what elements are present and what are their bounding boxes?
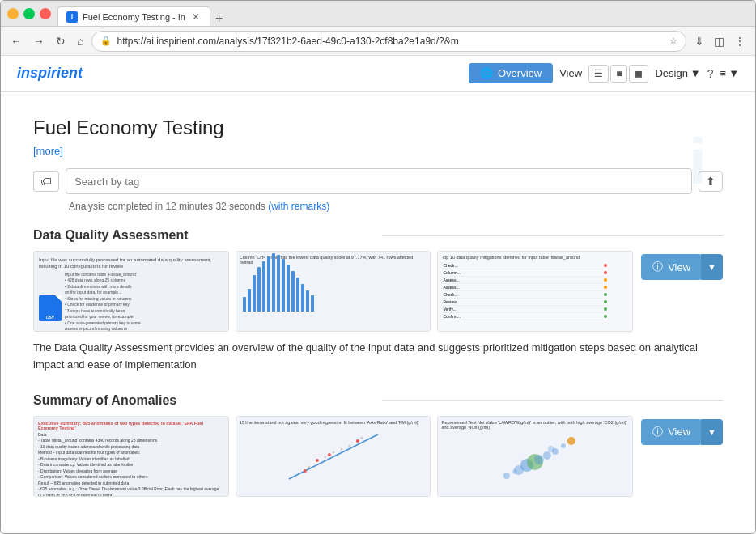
svg-point-2 [316, 459, 319, 462]
anomalies-section: Summary of Anomalies Executive summary: … [33, 393, 723, 505]
search-row: 🏷 ⬆ [33, 168, 723, 194]
home-button[interactable]: ⌂ [74, 32, 87, 51]
header-right: 🌐 Overview View ☰ ■ ◼ Design ▼ ? ≡ ▼ [469, 63, 739, 83]
address-bar: ← → ↻ ⌂ 🔒 https://ai.inspirient.com/anal… [1, 27, 755, 56]
bar-3 [253, 275, 256, 312]
view-button-1[interactable]: ⓘ View [641, 254, 702, 280]
section-1-desc: The Data Quality Assessment provides an … [33, 340, 723, 374]
section-1-header: Data Quality Assessment [33, 228, 723, 243]
bar-13 [301, 284, 304, 312]
svg-point-6 [348, 444, 350, 447]
svg-point-3 [324, 456, 326, 458]
extensions-icon[interactable]: ◫ [711, 32, 728, 51]
grid-view-button[interactable]: ■ [610, 65, 627, 83]
thumb1-text: Input file was successfully processed fo… [39, 256, 223, 270]
scatter-chart [441, 431, 629, 490]
main-content: i Fuel Economy Testing [more] 🏷 ⬆ Analys… [1, 92, 755, 533]
view-label-1: View [668, 261, 690, 273]
svg-line-0 [289, 434, 378, 479]
help-icon: ? [707, 67, 714, 80]
view-btn-arrow-2[interactable]: ▼ [701, 419, 723, 445]
svg-point-9 [308, 465, 310, 468]
close-window-button[interactable]: ✕ [40, 8, 51, 19]
bar-15 [311, 295, 314, 312]
design-label: Design [655, 67, 687, 79]
app-header: inspirient 🌐 Overview View ☰ ■ ◼ Design … [1, 56, 755, 91]
svg-point-21 [567, 437, 575, 445]
bar-8 [277, 255, 280, 312]
svg-point-11 [503, 473, 510, 479]
svg-point-15 [543, 451, 551, 460]
view-btn-arrow-1[interactable]: ▼ [701, 254, 723, 280]
minimize-button[interactable]: — [7, 8, 19, 19]
new-tab-button[interactable]: + [210, 11, 227, 26]
section-1-title: Data Quality Assessment [33, 228, 374, 243]
svg-point-19 [534, 455, 544, 464]
list-view-button[interactable]: ☰ [588, 65, 609, 83]
menu-icon: ≡ [720, 67, 727, 79]
window-controls: — ❐ ✕ [7, 8, 51, 19]
browser-window: — ❐ ✕ i Fuel Economy Testing - In ✕ + ← … [0, 0, 756, 534]
view-btn-wrapper-2: ⓘ View ▼ [641, 416, 723, 445]
view-btn-group-1: ⓘ View ▼ [641, 254, 723, 280]
image-view-button[interactable]: ◼ [629, 65, 648, 83]
remarks-link[interactable]: (with remarks) [268, 201, 329, 212]
bar-12 [296, 278, 299, 312]
design-button[interactable]: Design ▼ [655, 67, 700, 79]
menu-button[interactable]: ≡ ▼ [720, 67, 739, 79]
secure-icon: 🔒 [100, 36, 112, 46]
url-bar: 🔒 https://ai.inspirient.com/analysis/17f… [91, 31, 686, 52]
svg-point-17 [561, 443, 566, 448]
thumbnail-2: Column 'CH4 (g/mi)' has the lowest data … [236, 251, 431, 332]
tab-favicon: i [66, 11, 78, 23]
reload-button[interactable]: ↻ [53, 32, 69, 51]
thumb6-header: Represented Test Net Value 'LAWROW/g/mi)… [441, 420, 629, 430]
thumb1-detail: Input file contains table 'Fillstae_arou… [65, 272, 141, 332]
settings-icon[interactable]: ⋮ [731, 32, 749, 51]
menu-chevron-icon: ▼ [728, 67, 739, 79]
tag-filter-button[interactable]: 🏷 [33, 171, 59, 192]
bar-2 [248, 289, 251, 312]
upload-button[interactable]: ⬆ [699, 171, 723, 192]
view-label: View [559, 67, 582, 79]
search-input[interactable] [66, 168, 692, 194]
svg-point-20 [548, 446, 554, 452]
download-icon[interactable]: ⇓ [691, 32, 707, 51]
active-tab[interactable]: i Fuel Economy Testing - In ✕ [57, 6, 210, 26]
analysis-time: Analysis completed in 12 minutes 32 seco… [33, 201, 723, 212]
page-title: Fuel Economy Testing [33, 117, 723, 139]
thumb4-header: Executive summary: 695 anomalies of two … [38, 421, 224, 430]
more-link[interactable]: [more] [33, 145, 63, 157]
bar-7 [272, 253, 275, 312]
tab-close-icon[interactable]: ✕ [190, 11, 202, 23]
bar-1 [243, 297, 246, 312]
thumbnail-4: Executive summary: 695 anomalies of two … [33, 416, 229, 497]
design-chevron-icon: ▼ [690, 67, 701, 79]
thumbnail-1: Input file was successfully processed fo… [33, 251, 229, 332]
view-button-2[interactable]: ⓘ View [641, 419, 702, 445]
star-icon[interactable]: ☆ [669, 36, 677, 46]
thumbnail-5: 13 line items stand out against very goo… [236, 416, 431, 497]
url-text: https://ai.inspirient.com/analysis/17f32… [117, 36, 665, 47]
bar-5 [262, 261, 265, 312]
overview-button[interactable]: 🌐 Overview [469, 63, 553, 83]
overview-label: Overview [498, 67, 542, 79]
svg-point-4 [332, 451, 334, 453]
brand-logo: inspirient [17, 65, 83, 82]
data-quality-section: Data Quality Assessment Input file was s… [33, 228, 723, 374]
maximize-button[interactable]: ❐ [23, 8, 35, 19]
back-button[interactable]: ← [7, 32, 25, 51]
bar-14 [306, 290, 309, 312]
thumb4-content: Data - Table 'fillstat_around' contains … [38, 432, 224, 496]
view-btn-wrapper-1: ⓘ View ▼ [641, 251, 723, 280]
view-btn-group-2: ⓘ View ▼ [641, 419, 723, 445]
thumbnail-6: Represented Test Net Value 'LAWROW/g/mi)… [437, 416, 633, 497]
line-chart [240, 426, 427, 485]
forward-button[interactable]: → [30, 32, 48, 51]
svg-point-10 [328, 453, 331, 456]
thumbnails-row-1: Input file was successfully processed fo… [33, 251, 633, 332]
svg-point-7 [356, 439, 359, 443]
help-button[interactable]: ? [707, 67, 714, 80]
view-icon-1: ⓘ [652, 260, 663, 274]
upload-icon: ⬆ [706, 175, 716, 188]
